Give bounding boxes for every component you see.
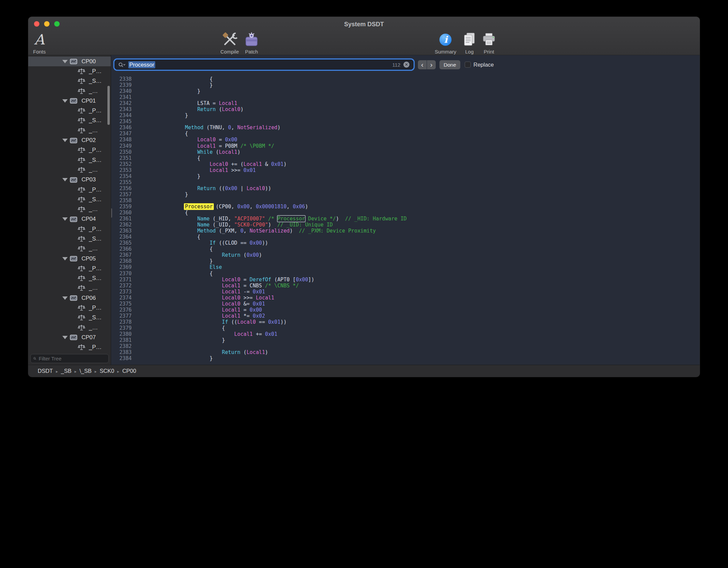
tree-node-_s[interactable]: _S… (28, 76, 111, 86)
disclosure-triangle-icon[interactable] (62, 296, 68, 300)
device-icon (70, 255, 77, 262)
tree-node-_s[interactable]: _S… (28, 234, 111, 244)
breadcrumb-item[interactable]: \_SB (79, 368, 92, 374)
tree-node-_[interactable]: _… (28, 165, 111, 175)
tree-node-_p[interactable]: _P… (28, 343, 111, 352)
tree-node-label: _P… (89, 68, 102, 75)
code-line: 2365 If ((CLOD == 0x00)) (111, 240, 700, 246)
disclosure-triangle-icon[interactable] (62, 336, 68, 339)
tree-node-_[interactable]: _… (28, 323, 111, 332)
clear-search-icon[interactable]: ✕ (403, 62, 409, 68)
code-line: 2378 If ((Local0 == 0x01)) (111, 319, 700, 325)
tree-node-cp00[interactable]: CP00 (28, 57, 111, 66)
tree-node-cp04[interactable]: CP04 (28, 214, 111, 224)
breadcrumb-separator-icon: ▸ (95, 368, 97, 374)
tree-node-label: CP01 (81, 98, 96, 104)
scale-icon (78, 305, 85, 311)
scale-icon (78, 117, 85, 124)
sidebar-scrollbar[interactable] (107, 86, 110, 125)
tree-node-label: _S… (89, 78, 102, 84)
line-number: 2366 (111, 246, 136, 252)
toolbar-label: Summary (435, 48, 456, 55)
search-field[interactable]: Processor 112 ✕ (114, 60, 413, 70)
code-line: 2341 (111, 94, 700, 100)
line-number: 2343 (111, 106, 136, 112)
code-line: 2356 Return ((0x00 | Local0)) (111, 185, 700, 191)
breadcrumb-separator-icon: ▸ (117, 368, 119, 374)
tree-node-_[interactable]: _… (28, 283, 111, 293)
tree-node-cp06[interactable]: CP06 (28, 293, 111, 303)
scale-icon (78, 324, 85, 331)
scale-icon (78, 88, 85, 95)
disclosure-triangle-icon[interactable] (62, 60, 68, 63)
filter-tree-input[interactable] (39, 356, 106, 361)
disclosure-triangle-icon[interactable] (62, 178, 68, 181)
editor-pane[interactable]: Processor 112 ✕ ‹ › Done Replace 2338 {2 (111, 55, 700, 365)
tree-node-_s[interactable]: _S… (28, 116, 111, 126)
toolbar-print-button[interactable]: Print (479, 30, 498, 55)
tree-node-_[interactable]: _… (28, 86, 111, 96)
tree-node-_p[interactable]: _P… (28, 263, 111, 273)
tree-node-label: CP00 (81, 58, 96, 65)
tree-node-label: _P… (89, 344, 102, 351)
toolbar-patch-button[interactable]: Patch (239, 30, 264, 55)
breadcrumb: DSDT▸_SB▸\_SB▸SCK0▸CP00 (38, 368, 136, 374)
breadcrumb-item[interactable]: SCK0 (100, 368, 114, 374)
line-number: 2338 (111, 76, 136, 82)
disclosure-triangle-icon[interactable] (62, 139, 68, 142)
next-match-button[interactable]: › (427, 60, 436, 69)
line-number: 2381 (111, 337, 136, 343)
toolbar-log-button[interactable]: Log (460, 30, 479, 55)
search-menu-icon[interactable] (118, 62, 126, 68)
tree-node-label: _S… (89, 157, 102, 164)
tree-node-label: _S… (89, 196, 102, 203)
disclosure-triangle-icon[interactable] (62, 217, 68, 221)
tree-node-_p[interactable]: _P… (28, 303, 111, 313)
tree-node-_s[interactable]: _S… (28, 194, 111, 204)
toolbar-label: Compile (220, 48, 239, 55)
done-button[interactable]: Done (439, 60, 460, 69)
breadcrumb-item[interactable]: DSDT (38, 368, 53, 374)
scale-icon (78, 265, 85, 272)
code-line: 2384 } (111, 355, 700, 361)
tree-node-_p[interactable]: _P… (28, 145, 111, 155)
tree-node-_p[interactable]: _P… (28, 106, 111, 115)
device-icon (70, 216, 77, 222)
breadcrumb-item[interactable]: CP00 (122, 368, 136, 374)
code-line: 2343 Return (Local0) (111, 106, 700, 112)
line-number: 2346 (111, 125, 136, 131)
tree-node-_[interactable]: _… (28, 204, 111, 214)
tree-node-_[interactable]: _… (28, 126, 111, 135)
toolbar-summary-button[interactable]: i Summary (430, 30, 461, 55)
tree-node-_p[interactable]: _P… (28, 224, 111, 234)
line-number: 2372 (111, 283, 136, 289)
scale-icon (78, 314, 85, 321)
tree-node-cp01[interactable]: CP01 (28, 96, 111, 106)
line-number: 2353 (111, 167, 136, 173)
tree-node-cp07[interactable]: CP07 (28, 332, 111, 342)
disclosure-triangle-icon[interactable] (62, 99, 68, 103)
disclosure-triangle-icon[interactable] (62, 257, 68, 260)
tree-node-cp02[interactable]: CP02 (28, 135, 111, 145)
code-editor[interactable]: 2338 {2339 }2340 }23412342 LSTA = Local1… (111, 74, 700, 365)
tree-node-cp03[interactable]: CP03 (28, 175, 111, 185)
filter-tree-field[interactable] (30, 354, 109, 363)
tree-node-_p[interactable]: _P… (28, 66, 111, 76)
tree-node-_s[interactable]: _S… (28, 274, 111, 283)
tree-node-_s[interactable]: _S… (28, 313, 111, 323)
line-number: 2349 (111, 143, 136, 149)
line-number: 2369 (111, 264, 136, 270)
tree-node-label: CP07 (81, 334, 96, 341)
tree-node-label: _S… (89, 275, 102, 282)
toolbar-fonts-button[interactable]: A Fonts (29, 30, 50, 55)
breadcrumb-item[interactable]: _SB (61, 368, 71, 374)
device-icon (70, 137, 77, 144)
tree-node-_p[interactable]: _P… (28, 185, 111, 194)
code-line: 2347 { (111, 131, 700, 137)
previous-match-button[interactable]: ‹ (418, 60, 427, 69)
tree-node-_s[interactable]: _S… (28, 155, 111, 165)
line-number: 2377 (111, 313, 136, 319)
replace-checkbox[interactable] (465, 62, 471, 68)
tree-node-cp05[interactable]: CP05 (28, 254, 111, 263)
tree-node-_[interactable]: _… (28, 244, 111, 254)
